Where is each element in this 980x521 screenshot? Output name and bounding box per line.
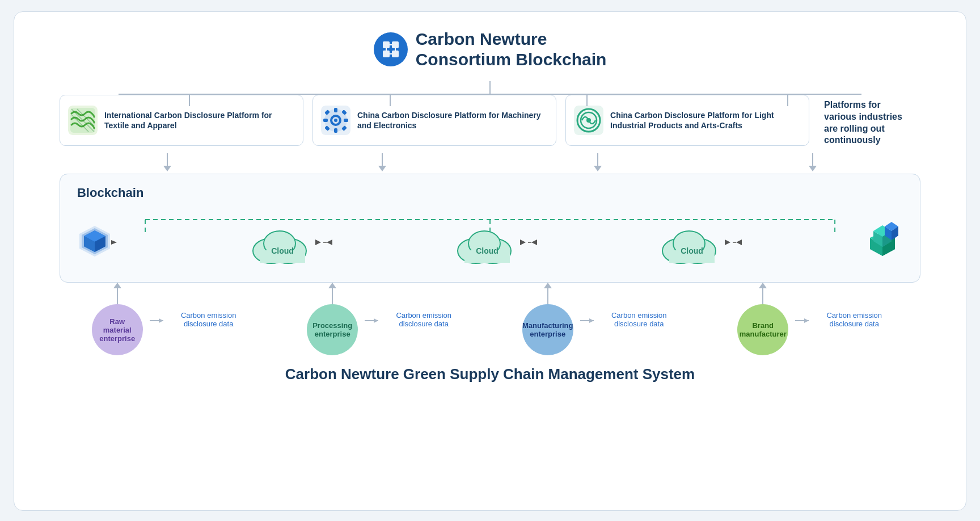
arrow-bc-to-cloud1	[117, 237, 244, 248]
svg-text:Cloud: Cloud	[476, 246, 499, 255]
header: Carbon Newture Consortium Blockchain	[37, 29, 943, 70]
platform-card-machinery: China Carbon Disclosure Platform for Mac…	[312, 95, 556, 146]
platform-card-text-machinery: China Carbon Disclosure Platform for Mac…	[357, 110, 548, 131]
svg-text:Cloud: Cloud	[272, 246, 294, 255]
tree-vertical-line	[489, 81, 491, 94]
svg-point-16	[334, 119, 337, 122]
arrow-cloud1-to-cloud2	[321, 237, 449, 248]
main-container: Carbon Newture Consortium Blockchain	[14, 11, 966, 511]
cloud-1-svg: Cloud	[248, 220, 316, 265]
cloud-1-node: Cloud	[248, 220, 316, 265]
cloud-3-node: Cloud	[658, 220, 726, 265]
sc-processing: Processing enterprise Carbon emission di…	[307, 283, 458, 355]
svg-marker-48	[315, 240, 321, 245]
svg-marker-79	[589, 318, 594, 323]
svg-rect-1	[392, 41, 399, 48]
svg-marker-55	[531, 240, 537, 245]
manufacturing-circle: Manufacturing enterprise	[522, 304, 573, 355]
raw-material-circle: Raw material enterprise	[92, 304, 143, 355]
raw-material-label: Carbon emission disclosure data	[175, 311, 243, 328]
svg-marker-63	[736, 240, 742, 245]
down-arrow-2	[274, 153, 490, 171]
brand-circle: Brand manufacturer	[737, 304, 788, 355]
svg-point-28	[586, 118, 591, 123]
svg-rect-17	[334, 108, 337, 112]
light-icon	[574, 106, 603, 135]
footer-title: Carbon Newture Green Supply Chain Manage…	[37, 365, 943, 383]
svg-marker-77	[374, 318, 378, 323]
blue-cube	[77, 224, 112, 261]
platform-card-light: China Carbon Disclosure Platform for Lig…	[565, 95, 809, 146]
cloud-2-svg: Cloud	[453, 220, 521, 265]
sc-manufacturing: Manufacturing enterprise Carbon emission…	[522, 283, 673, 355]
svg-rect-20	[344, 119, 348, 122]
svg-rect-19	[323, 119, 328, 122]
platform-rolling-text: Platforms for various industries are rol…	[824, 99, 915, 146]
brand-label: Carbon emission disclosure data	[820, 311, 888, 328]
platform-rolling: Platforms for various industries are rol…	[818, 95, 920, 151]
svg-rect-18	[334, 128, 337, 133]
textile-icon	[68, 106, 98, 135]
sc-brand: Brand manufacturer Carbon emission discl…	[737, 283, 888, 355]
svg-marker-64	[725, 240, 730, 245]
svg-rect-3	[392, 51, 399, 57]
platform-card-textile: International Carbon Disclosure Platform…	[60, 95, 303, 146]
arrow-cloud3-to-teal	[730, 237, 858, 248]
blockchain-nodes-row: Cloud	[77, 208, 903, 271]
teal-cubes	[862, 221, 903, 264]
svg-text:Cloud: Cloud	[681, 246, 703, 255]
svg-rect-2	[383, 51, 390, 57]
blockchain-label: Blockchain	[77, 186, 903, 200]
platform-card-text-textile: International Carbon Disclosure Platform…	[104, 110, 295, 131]
cloud-2-node: Cloud	[453, 220, 521, 265]
blockchain-box: Blockchain	[60, 174, 920, 283]
blockchain-content: Cloud	[77, 208, 903, 271]
svg-marker-56	[520, 240, 526, 245]
svg-marker-40	[111, 240, 117, 245]
header-title: Carbon Newture Consortium Blockchain	[416, 29, 607, 70]
machinery-icon	[321, 106, 350, 135]
processing-circle: Processing enterprise	[307, 304, 358, 355]
manufacturing-label: Carbon emission disclosure data	[605, 311, 673, 328]
down-arrow-1	[60, 153, 275, 171]
sc-raw-material: Raw material enterprise Carbon emission …	[92, 283, 243, 355]
arrow-cloud2-to-cloud3	[526, 237, 653, 248]
cloud-3-svg: Cloud	[658, 220, 726, 265]
platform-card-text-light: China Carbon Disclosure Platform for Lig…	[610, 110, 801, 131]
down-arrow-3	[490, 153, 706, 171]
svg-marker-81	[804, 318, 809, 323]
down-arrow-4	[706, 153, 921, 171]
tree-horizontal-bar	[119, 94, 861, 95]
processing-label: Carbon emission disclosure data	[390, 311, 458, 328]
supply-chain-section: Raw material enterprise Carbon emission …	[60, 283, 920, 355]
svg-marker-47	[327, 240, 332, 245]
svg-rect-0	[383, 41, 390, 48]
blockchain-icon	[374, 32, 408, 66]
svg-marker-75	[159, 318, 163, 323]
